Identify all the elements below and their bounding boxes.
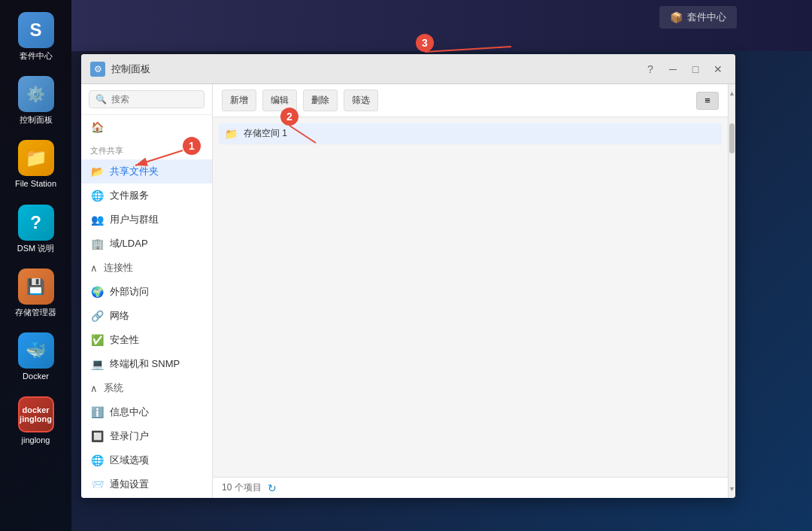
status-bar: 10 个项目 ↻: [213, 477, 728, 498]
suite-center-label: 套件中心: [687, 11, 726, 24]
main-window: ⚙ 控制面板 ? ─ □ ✕ 🔍 🏠 文件共享: [81, 54, 735, 498]
taskbar-label-storage: 存储管理器: [15, 308, 56, 317]
folder-name-0: 存储空间 1: [244, 127, 287, 140]
taskbar-item-storage[interactable]: 💾 存储管理器: [4, 262, 68, 323]
search-icon: 🔍: [95, 94, 107, 105]
taskbar-item-suite[interactable]: S 套件中心: [4, 6, 68, 67]
connectivity-group-header[interactable]: ∧ 连接性: [81, 256, 212, 280]
taskbar-label-jinglong: jinglong: [22, 435, 50, 445]
user-group-icon: 👥: [90, 213, 104, 226]
sidebar-item-domain-label: 域/LDAP: [110, 237, 148, 250]
taskbar-item-dsm[interactable]: ? DSM 说明: [4, 199, 68, 259]
system-group-header[interactable]: ∧ 系统: [81, 376, 212, 400]
sidebar-item-file-service[interactable]: 🌐 文件服务: [81, 184, 212, 208]
folder-icon-0: 📁: [225, 128, 238, 140]
taskbar-item-control[interactable]: ⚙️ 控制面板: [4, 70, 68, 131]
refresh-icon[interactable]: ↻: [268, 482, 277, 494]
help-button[interactable]: ?: [642, 61, 659, 77]
control-panel-icon: ⚙️: [18, 76, 54, 112]
info-center-icon: ℹ️: [90, 405, 104, 419]
file-station-icon: 📁: [18, 140, 54, 176]
storage-icon: 💾: [18, 269, 54, 305]
sidebar-item-info-center-label: 信息中心: [110, 405, 149, 419]
sidebar-item-info-center[interactable]: ℹ️ 信息中心: [81, 400, 212, 424]
edit-button[interactable]: 编辑: [262, 90, 297, 111]
top-banner: 📦 套件中心: [71, 0, 812, 51]
close-button[interactable]: ✕: [710, 61, 726, 77]
sidebar-item-security-label: 安全性: [110, 333, 139, 347]
suite-center-icon: S: [18, 12, 54, 48]
taskbar-label-suite: 套件中心: [20, 51, 53, 61]
sidebar-item-notify-label: 通知设置: [110, 478, 149, 491]
sidebar-item-domain[interactable]: 🏢 域/LDAP: [81, 232, 212, 256]
connectivity-label: 连接性: [104, 261, 133, 275]
window-controls: ? ─ □ ✕: [642, 61, 726, 77]
content-area: 📁 存储空间 1: [213, 117, 728, 477]
sidebar-item-login-portal-label: 登录门户: [110, 429, 149, 443]
taskbar-label-control: 控制面板: [20, 115, 53, 125]
v-scrollbar[interactable]: ▲ ▼: [728, 84, 735, 498]
sidebar-item-region-label: 区域选项: [110, 454, 149, 467]
window-titlebar: ⚙ 控制面板 ? ─ □ ✕: [81, 54, 735, 84]
notify-icon: 📨: [90, 478, 104, 491]
search-input[interactable]: [111, 94, 198, 105]
file-share-section-label: 文件共享: [81, 139, 212, 159]
sidebar-item-user-group[interactable]: 👥 用户与群组: [81, 208, 212, 232]
shared-folder-icon: 📂: [90, 165, 104, 178]
jinglong-icon: dockerjinglong: [18, 396, 54, 432]
list-item-storage1[interactable]: 📁 存储空间 1: [219, 123, 722, 144]
taskbar: S 套件中心 ⚙️ 控制面板 📁 File Station ? DSM 说明 💾…: [0, 0, 71, 531]
sidebar-item-network[interactable]: 🔗 网络: [81, 304, 212, 328]
sidebar-item-home[interactable]: 🏠: [81, 115, 212, 139]
sidebar-item-file-service-label: 文件服务: [110, 189, 149, 202]
scroll-up-arrow[interactable]: ▲: [729, 86, 735, 101]
sidebar-item-external-access[interactable]: 🌍 外部访问: [81, 280, 212, 304]
suite-icon: 📦: [670, 11, 683, 23]
new-button[interactable]: 新增: [222, 90, 256, 111]
sidebar-item-region[interactable]: 🌐 区域选项: [81, 448, 212, 472]
view-toggle-button[interactable]: ≡: [696, 92, 719, 110]
connectivity-collapse-icon: ∧: [90, 262, 98, 274]
item-count: 10 个项目: [222, 481, 262, 494]
external-access-icon: 🌍: [90, 285, 104, 299]
delete-button[interactable]: 删除: [303, 90, 338, 111]
sidebar-item-terminal-snmp[interactable]: 💻 终端机和 SNMP: [81, 352, 212, 376]
domain-icon: 🏢: [90, 237, 104, 250]
dsm-icon: ?: [18, 205, 54, 241]
home-icon: 🏠: [90, 120, 104, 134]
sidebar-search-area: 🔍: [81, 84, 212, 115]
search-box[interactable]: 🔍: [89, 90, 205, 108]
scroll-thumb[interactable]: [729, 123, 735, 153]
window-title-icon: ⚙: [90, 62, 105, 77]
sidebar: 🔍 🏠 文件共享 📂 共享文件夹 🌐 文件服务 👥 用户与群组: [81, 84, 213, 498]
scroll-down-arrow[interactable]: ▼: [729, 481, 735, 496]
maximize-button[interactable]: □: [687, 61, 704, 77]
window-body: 🔍 🏠 文件共享 📂 共享文件夹 🌐 文件服务 👥 用户与群组: [81, 84, 735, 498]
sidebar-item-network-label: 网络: [110, 309, 129, 323]
taskbar-label-docker: Docker: [23, 372, 49, 381]
suite-center-top-btn[interactable]: 📦 套件中心: [659, 6, 737, 29]
minimize-button[interactable]: ─: [665, 61, 681, 77]
sidebar-item-login-portal[interactable]: 🔲 登录门户: [81, 424, 212, 448]
sidebar-item-terminal-snmp-label: 终端机和 SNMP: [110, 357, 180, 371]
system-label: 系统: [104, 381, 123, 395]
sidebar-item-notify[interactable]: 📨 通知设置: [81, 472, 212, 496]
docker-icon: 🐳: [18, 332, 54, 369]
filter-button[interactable]: 筛选: [344, 90, 378, 111]
taskbar-item-filestation[interactable]: 📁 File Station: [4, 134, 68, 195]
file-service-icon: 🌐: [90, 189, 104, 202]
sidebar-item-user-group-label: 用户与群组: [110, 213, 159, 226]
login-portal-icon: 🔲: [90, 429, 104, 443]
window-title: 控制面板: [111, 62, 636, 76]
main-content: 新增 编辑 删除 筛选 ≡ 📁 存储空间 1: [213, 84, 728, 498]
taskbar-item-jinglong[interactable]: dockerjinglong jinglong: [4, 390, 68, 451]
system-collapse-icon: ∧: [90, 383, 98, 394]
taskbar-item-docker[interactable]: 🐳 Docker: [4, 326, 68, 387]
sidebar-item-shared-folder[interactable]: 📂 共享文件夹: [81, 159, 212, 184]
security-icon: ✅: [90, 333, 104, 347]
region-icon: 🌐: [90, 454, 104, 467]
taskbar-label-dsm: DSM 说明: [17, 244, 55, 253]
sidebar-item-security[interactable]: ✅ 安全性: [81, 328, 212, 352]
terminal-snmp-icon: 💻: [90, 357, 104, 371]
sidebar-item-shared-folder-label: 共享文件夹: [110, 165, 159, 178]
